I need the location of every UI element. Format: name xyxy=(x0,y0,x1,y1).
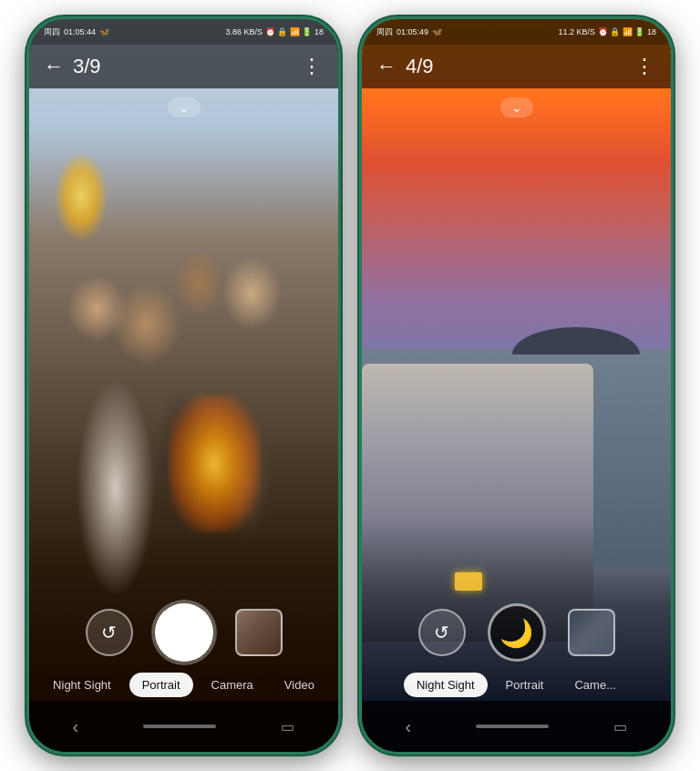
nav-bar-2: ← 4/9 ⋮ xyxy=(362,45,671,88)
status-speed-2: 11.2 KB/S xyxy=(558,27,595,36)
bottom-controls-2: ↺ 🌙 Night Sight Portrait Came... xyxy=(362,603,671,697)
back-button-2[interactable]: ← xyxy=(376,55,396,78)
recents-nav-button-2[interactable]: ▭ xyxy=(592,711,649,743)
recents-nav-button-1[interactable]: ▭ xyxy=(259,711,316,743)
status-left-1: 周四 01:05:44 🦋 xyxy=(44,26,109,38)
tab-night-sight-2[interactable]: Night Sight xyxy=(404,673,488,697)
tab-camera-1[interactable]: Camera xyxy=(199,673,266,697)
mode-tabs-1: Night Sight Portrait Camera Video xyxy=(40,673,327,697)
camera-buttons-1: ↺ xyxy=(29,603,338,662)
chevron-down-icon-1: ⌄ xyxy=(179,100,190,115)
phone-2-frame: 周四 01:05:49 🦋 11.2 KB/S ⏰ 🔒 📶 🔋 18 ← 4/9… xyxy=(359,16,674,755)
nav-left-2: ← 4/9 xyxy=(376,55,434,78)
home-indicator-2[interactable] xyxy=(476,725,549,728)
status-emoji-2: 🦋 xyxy=(432,27,442,36)
status-right-1: 3.86 KB/S ⏰ 🔒 📶 🔋 18 xyxy=(225,27,324,36)
rotate-icon-1: ↺ xyxy=(101,622,117,643)
bottom-nav-2: ‹ ▭ xyxy=(362,701,671,752)
chevron-down-icon-2: ⌄ xyxy=(511,100,522,115)
dropdown-button-2[interactable]: ⌄ xyxy=(500,98,533,118)
status-time-2: 01:05:49 xyxy=(396,27,428,36)
status-bar-2: 周四 01:05:49 🦋 11.2 KB/S ⏰ 🔒 📶 🔋 18 xyxy=(362,19,671,45)
tab-camera-2[interactable]: Came... xyxy=(561,673,629,697)
shutter-button-2[interactable]: 🌙 xyxy=(488,603,546,662)
mode-tabs-2: Night Sight Portrait Came... xyxy=(404,673,629,697)
back-nav-button-2[interactable]: ‹ xyxy=(384,709,434,745)
phone-1-frame: 周四 01:05:44 🦋 3.86 KB/S ⏰ 🔒 📶 🔋 18 ← 3/9… xyxy=(26,16,341,755)
sparkle-secondary xyxy=(54,151,108,242)
status-left-2: 周四 01:05:49 🦋 xyxy=(376,26,442,38)
tab-night-sight-1[interactable]: Night Sight xyxy=(40,673,124,697)
more-button-2[interactable]: ⋮ xyxy=(634,55,656,78)
status-signal-1: ⏰ 🔒 📶 🔋 18 xyxy=(265,27,324,36)
status-day-1: 周四 xyxy=(44,26,60,38)
nav-bar-1: ← 3/9 ⋮ xyxy=(29,45,338,88)
bottom-controls-1: ↺ Night Sight Portrait Camera Video xyxy=(29,603,338,697)
dropdown-button-1[interactable]: ⌄ xyxy=(168,98,201,118)
status-emoji-1: 🦋 xyxy=(99,27,109,36)
thumbnail-button-2[interactable] xyxy=(568,609,615,656)
sparkle-main xyxy=(169,396,260,532)
phone-1-screen: 周四 01:05:44 🦋 3.86 KB/S ⏰ 🔒 📶 🔋 18 ← 3/9… xyxy=(29,19,338,752)
rotate-icon-2: ↺ xyxy=(434,622,449,643)
tab-portrait-2[interactable]: Portrait xyxy=(493,673,557,697)
nav-title-2: 4/9 xyxy=(406,55,434,78)
status-signal-2: ⏰ 🔒 📶 🔋 18 xyxy=(598,27,656,36)
status-day-2: 周四 xyxy=(376,26,393,38)
tab-video-1[interactable]: Video xyxy=(272,673,327,697)
status-bar-1: 周四 01:05:44 🦋 3.86 KB/S ⏰ 🔒 📶 🔋 18 xyxy=(29,19,338,45)
status-right-2: 11.2 KB/S ⏰ 🔒 📶 🔋 18 xyxy=(558,27,656,36)
phone-2: 周四 01:05:49 🦋 11.2 KB/S ⏰ 🔒 📶 🔋 18 ← 4/9… xyxy=(359,16,674,755)
nav-left-1: ← 3/9 xyxy=(44,55,101,78)
status-time-1: 01:05:44 xyxy=(64,27,96,36)
moon-icon: 🌙 xyxy=(499,617,533,649)
phone-2-screen: 周四 01:05:49 🦋 11.2 KB/S ⏰ 🔒 📶 🔋 18 ← 4/9… xyxy=(362,19,671,752)
tab-portrait-1[interactable]: Portrait xyxy=(129,673,193,697)
phone-1: 周四 01:05:44 🦋 3.86 KB/S ⏰ 🔒 📶 🔋 18 ← 3/9… xyxy=(26,16,341,755)
thumbnail-button-1[interactable] xyxy=(235,609,283,656)
home-indicator-1[interactable] xyxy=(143,725,216,728)
nav-title-1: 3/9 xyxy=(73,55,101,78)
window-lights xyxy=(455,572,482,591)
camera-buttons-2: ↺ 🌙 xyxy=(362,603,671,662)
rotate-button-1[interactable]: ↺ xyxy=(86,609,133,656)
status-speed-1: 3.86 KB/S xyxy=(225,27,262,36)
building-layer xyxy=(362,364,593,642)
shutter-button-1[interactable] xyxy=(155,603,213,662)
bottom-nav-1: ‹ ▭ xyxy=(29,701,338,752)
more-button-1[interactable]: ⋮ xyxy=(302,55,324,78)
back-button-1[interactable]: ← xyxy=(44,55,64,78)
back-nav-button-1[interactable]: ‹ xyxy=(51,709,101,745)
rotate-button-2[interactable]: ↺ xyxy=(418,609,466,656)
